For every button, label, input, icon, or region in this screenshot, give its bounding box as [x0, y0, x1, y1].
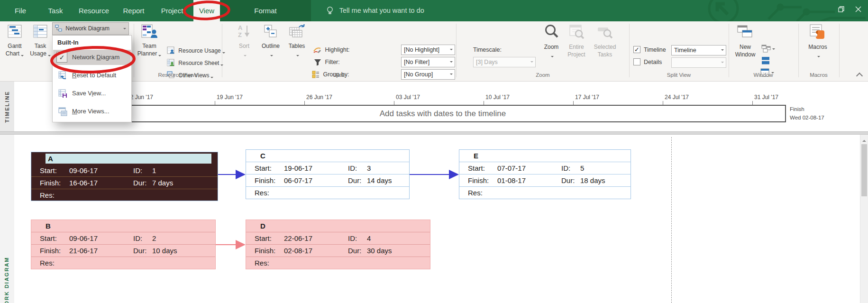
chevron-down-icon	[721, 49, 724, 52]
entire-project-label2: Project	[564, 51, 589, 58]
task-node-d[interactable]: D Start:22-06-17ID:4 Finish:02-08-17Dur:…	[246, 220, 430, 269]
timeline-side-strip[interactable]: TIMELINE	[0, 82, 14, 131]
highlight-combo[interactable]: [No Highlight]	[401, 45, 455, 55]
menu-item-network-diagram[interactable]: ✓ Network Diagram	[53, 50, 131, 65]
tables-icon	[284, 24, 309, 41]
new-window-button[interactable]: New Window	[731, 23, 759, 58]
tab-task[interactable]: Task	[41, 0, 70, 21]
resource-usage-icon	[167, 46, 174, 54]
hide-window-button[interactable]	[761, 56, 770, 67]
vertical-scrollbar[interactable]	[860, 135, 868, 303]
tell-me-box[interactable]: Tell me what you want to do	[326, 0, 424, 21]
timeline-bar[interactable]: Add tasks with dates to the timeline	[100, 105, 786, 122]
entire-project-label: Entire	[564, 43, 589, 51]
team-planner-label: Team	[136, 42, 163, 50]
filter-combo[interactable]: [No Filter]	[401, 57, 455, 67]
tab-format[interactable]: Format	[246, 0, 285, 21]
sort-button: AZ Sort	[232, 23, 256, 57]
group-label-data: Data	[306, 72, 372, 80]
selected-tasks-label2: Tasks	[591, 51, 619, 58]
tab-project[interactable]: Project	[155, 0, 190, 21]
zoom-button[interactable]: Zoom	[539, 23, 563, 58]
timeline-checkbox-label: Timeline	[644, 46, 666, 54]
date-label: 03 Jul '17	[396, 94, 420, 101]
pane-split-bar[interactable]	[0, 131, 868, 135]
tables-label: Tables	[284, 42, 309, 50]
selected-tasks-label: Selected	[591, 43, 619, 51]
task-node-b[interactable]: B Start:09-06-17ID:2 Finish:21-06-17Dur:…	[31, 220, 216, 269]
tab-file[interactable]: File	[7, 0, 34, 21]
gantt-chart-button[interactable]: Gantt Chart	[2, 23, 27, 57]
scroll-up-icon[interactable]	[862, 138, 866, 142]
restore-window-button[interactable]	[834, 6, 848, 16]
group-by-combo[interactable]: [No Group]	[401, 69, 455, 80]
svg-text:Z: Z	[238, 31, 242, 38]
close-window-button[interactable]	[851, 6, 865, 16]
macros-label: Macros	[803, 43, 833, 51]
timeline-checkbox[interactable]: ✓	[633, 46, 640, 53]
menu-item-save-view[interactable]: Save View...	[53, 86, 131, 101]
macros-button[interactable]: Macros	[803, 23, 833, 58]
team-planner-button[interactable]: Team Planner	[136, 23, 163, 57]
finish-date: Wed 02-08-17	[790, 113, 824, 122]
details-checkbox[interactable]	[633, 58, 640, 65]
menu-item-reset-to-default[interactable]: Reset to Default	[53, 68, 131, 83]
macros-icon	[803, 24, 833, 42]
node-finish: 02-08-17	[284, 247, 312, 255]
timeline-view-combo[interactable]: Timeline	[671, 45, 726, 55]
chevron-down-icon	[270, 55, 273, 58]
chevron-down-icon	[21, 55, 24, 58]
timeline-side-label: TIMELINE	[4, 91, 10, 122]
node-dur: 7 days	[152, 179, 173, 187]
tab-resource[interactable]: Resource	[75, 0, 113, 21]
node-id: 4	[367, 234, 371, 242]
task-usage-button[interactable]: Task Usage	[28, 23, 52, 57]
chevron-down-icon	[530, 61, 533, 64]
resource-sheet-button[interactable]: Resource Sheet	[167, 57, 223, 69]
chevron-down-icon	[48, 55, 51, 58]
task-node-a[interactable]: A Start:09-06-17ID:1 Finish:16-06-17Dur:…	[31, 152, 218, 201]
sort-icon: AZ	[232, 24, 256, 41]
gantt-chart-label2: Chart	[2, 50, 27, 57]
network-diagram-panel[interactable]: NETWORK DIAGRAM A Start:09-06-17ID:1 Fin…	[0, 135, 868, 303]
details-checkbox-label: Details	[644, 58, 662, 66]
new-window-label: New	[731, 43, 759, 51]
hide-window-icon	[761, 56, 770, 65]
group-label-split-view: Split View	[646, 72, 712, 80]
tab-report[interactable]: Report	[117, 0, 151, 21]
chevron-down-icon	[551, 56, 554, 59]
tables-button[interactable]: Tables	[284, 23, 309, 57]
arrange-all-icon	[761, 45, 771, 53]
outline-button[interactable]: Outline	[258, 23, 283, 57]
filter-label: Filter:	[314, 57, 340, 67]
date-label: 17 Jul '17	[575, 94, 599, 101]
node-start: 19-06-17	[284, 164, 312, 172]
highlight-icon	[313, 46, 321, 54]
chevron-down-icon	[772, 48, 775, 51]
group-label-zoom: Zoom	[510, 72, 576, 80]
checkmark-icon: ✓	[56, 52, 67, 63]
arrange-all-button[interactable]	[761, 45, 775, 55]
tab-view[interactable]: View	[193, 0, 220, 21]
task-node-e[interactable]: E Start:07-07-17ID:5 Finish:01-08-17Dur:…	[459, 149, 631, 199]
node-title: A	[46, 154, 211, 164]
node-title: D	[260, 222, 265, 230]
entire-project-icon	[564, 24, 589, 42]
chevron-down-icon	[450, 49, 453, 52]
date-label: 19 Jun '17	[217, 94, 243, 101]
highlight-label: Highlight:	[313, 45, 350, 55]
node-title: E	[474, 152, 478, 160]
network-side-label: NETWORK DIAGRAM	[4, 257, 9, 303]
task-node-c[interactable]: C Start:19-06-17ID:3 Finish:06-07-17Dur:…	[246, 149, 410, 199]
team-planner-icon	[136, 24, 163, 41]
chevron-down-icon	[220, 64, 223, 67]
network-diagram-view-button[interactable]: Network Diagram	[52, 22, 129, 35]
menu-item-more-views[interactable]: More Views...	[53, 104, 131, 119]
collapse-ribbon-button[interactable]	[856, 73, 863, 79]
more-views-icon	[58, 107, 67, 116]
scrollbar-thumb[interactable]	[861, 144, 867, 196]
resource-usage-button[interactable]: Resource Usage	[167, 45, 225, 56]
node-finish: 16-06-17	[69, 179, 98, 187]
network-diagram-icon	[55, 25, 62, 32]
date-label: 26 Jun '17	[306, 94, 332, 101]
